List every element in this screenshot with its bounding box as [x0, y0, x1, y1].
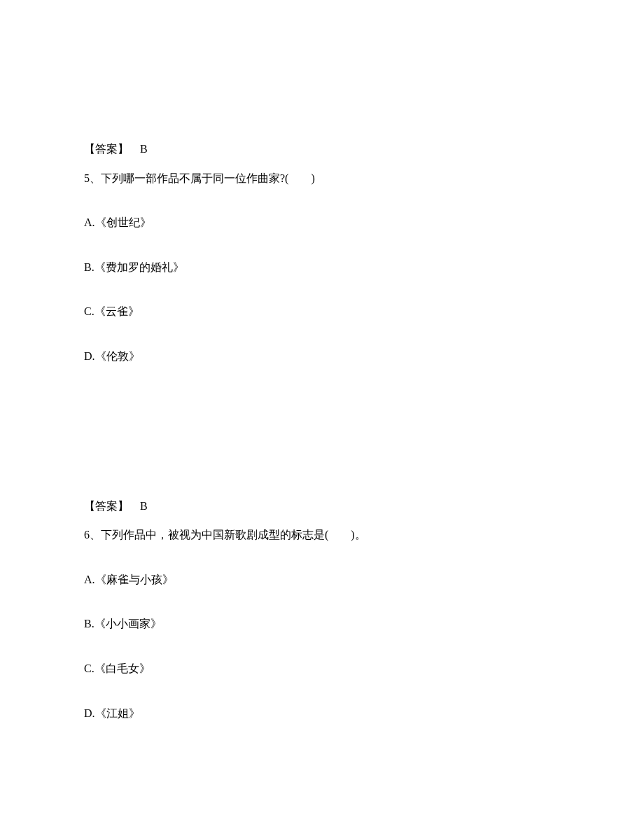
answer-value: B: [140, 500, 148, 512]
question-6-option-b: B.《小小画家》: [84, 615, 560, 633]
question-6-option-a: A.《麻雀与小孩》: [84, 571, 560, 589]
question-6-stem: 6、下列作品中，被视为中国新歌剧成型的标志是( )。: [84, 526, 560, 544]
question-number: 6、: [84, 529, 101, 541]
answer-block-q5: 【答案】 B: [84, 497, 560, 515]
question-6-option-c: C.《白毛女》: [84, 660, 560, 678]
question-5-option-c: C.《云雀》: [84, 303, 560, 321]
question-text: 下列作品中，被视为中国新歌剧成型的标志是( )。: [101, 529, 366, 541]
question-text: 下列哪一部作品不属于同一位作曲家?( ): [101, 172, 315, 184]
question-number: 5、: [84, 172, 101, 184]
question-5-option-b: B.《费加罗的婚礼》: [84, 258, 560, 277]
answer-label: 【答案】: [84, 500, 129, 512]
question-6-option-d: D.《江姐》: [84, 704, 560, 723]
question-5-option-d: D.《伦敦》: [84, 347, 560, 366]
answer-label: 【答案】: [84, 143, 129, 155]
question-5-option-a: A.《创世纪》: [84, 214, 560, 232]
question-5-stem: 5、下列哪一部作品不属于同一位作曲家?( ): [84, 169, 560, 188]
answer-value: B: [140, 143, 148, 155]
answer-block-q4: 【答案】 B: [84, 140, 560, 158]
